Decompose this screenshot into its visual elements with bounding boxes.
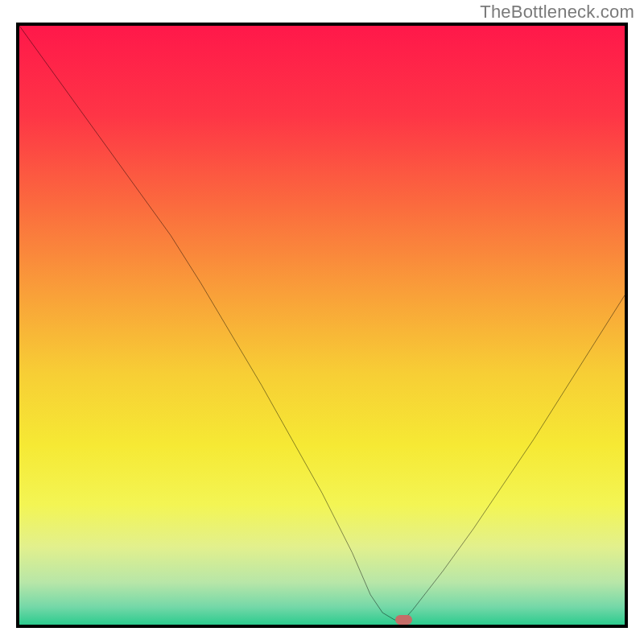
plot-background xyxy=(19,26,625,625)
bottleneck-marker xyxy=(395,615,412,625)
chart-svg xyxy=(19,26,625,625)
chart-frame xyxy=(16,23,628,628)
watermark-label: TheBottleneck.com xyxy=(480,2,634,23)
